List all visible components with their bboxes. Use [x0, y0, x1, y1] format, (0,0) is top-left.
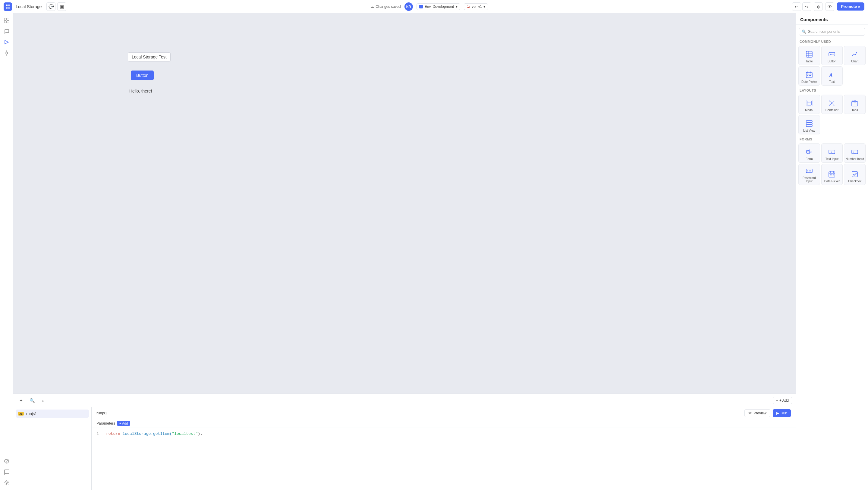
components-title: Components: [800, 17, 828, 22]
canvas[interactable]: Local Storage Test Button Hello, there!: [13, 13, 796, 394]
svg-point-12: [6, 482, 7, 484]
promote-button[interactable]: Promote »: [837, 2, 864, 10]
svg-point-32: [831, 102, 832, 104]
text-input-widget[interactable]: Local Storage Test: [128, 53, 170, 61]
component-text-input[interactable]: T_ Text Input: [821, 144, 843, 163]
component-form[interactable]: Form: [798, 144, 820, 163]
svg-point-60: [809, 171, 809, 172]
checkbox-icon: [850, 170, 859, 178]
filter-icon[interactable]: ⬦: [38, 396, 47, 405]
svg-point-11: [6, 462, 7, 463]
promote-label: Promote »: [841, 4, 860, 9]
component-password-input[interactable]: Password Input: [798, 164, 820, 185]
sidebar-item-chat[interactable]: [2, 467, 11, 477]
svg-point-36: [834, 105, 835, 106]
bottom-panel-body: JS runjs1 runjs1 👁 Preview ▶: [13, 407, 796, 490]
query-name: runjs1: [26, 411, 37, 416]
component-checkbox[interactable]: Checkbox: [844, 164, 866, 185]
search-icon: 🔍: [802, 30, 806, 34]
nav-arrows: ↩ ↪: [792, 2, 811, 11]
main-area: Local Storage Test Button Hello, there! …: [0, 13, 868, 490]
svg-rect-6: [4, 21, 6, 23]
chart-label: Chart: [851, 60, 858, 63]
component-text[interactable]: A Text: [821, 66, 843, 86]
svg-line-37: [830, 101, 832, 103]
component-table[interactable]: Table: [798, 46, 820, 65]
component-list-view[interactable]: List View: [798, 115, 820, 134]
sidebar-item-comments[interactable]: [2, 27, 11, 36]
checkbox-label: Checkbox: [848, 180, 861, 183]
preview-icon[interactable]: 👁: [825, 2, 834, 11]
component-number-input[interactable]: 1_ Number Input: [844, 144, 866, 163]
component-search-box[interactable]: 🔍: [799, 28, 865, 36]
code-line-1: 1 return localStorage.getItem("localtest…: [96, 432, 791, 436]
add-query-button[interactable]: + + Add: [773, 397, 792, 404]
svg-rect-2: [6, 7, 7, 9]
topbar-right: ↩ ↪ ⬖ 👁 Promote »: [792, 2, 864, 11]
tabs-icon: [850, 99, 859, 107]
env-selector[interactable]: Env Development ▾: [416, 3, 460, 10]
sidebar-item-pages[interactable]: [2, 16, 11, 25]
button-widget[interactable]: Button: [131, 70, 154, 80]
text-label-widget: Hello, there!: [129, 89, 152, 93]
sidebar-item-settings[interactable]: [2, 478, 11, 488]
date-picker-icon: [805, 70, 813, 79]
params-label: Parameters: [96, 421, 115, 426]
search-query-icon[interactable]: 🔍: [28, 396, 36, 405]
left-sidebar: [0, 13, 13, 490]
undo-button[interactable]: ↩: [792, 2, 801, 11]
ver-chevron-icon: ▾: [484, 4, 485, 9]
component-tabs[interactable]: Tabs: [844, 95, 866, 114]
svg-point-59: [807, 171, 808, 172]
query-editor-actions: 👁 Preview ▶ Run: [744, 409, 791, 417]
svg-point-9: [6, 52, 7, 54]
params-add-button[interactable]: + Add: [117, 421, 130, 426]
components-scroll: Commonly Used Table Button: [796, 38, 868, 490]
eye-icon: 👁: [748, 411, 752, 415]
component-date-picker-form[interactable]: Date Picker: [821, 164, 843, 185]
ver-value: v1: [478, 4, 482, 9]
layouts-grid: Modal Container Tabs: [796, 93, 868, 135]
sidebar-item-support[interactable]: [2, 456, 11, 466]
svg-rect-7: [7, 21, 9, 23]
query-editor: runjs1 👁 Preview ▶ Run: [92, 407, 796, 490]
text-icon: A: [828, 70, 836, 79]
svg-line-40: [832, 104, 834, 105]
comment-icon[interactable]: 💬: [46, 2, 56, 11]
layouts-label: Layouts: [796, 87, 868, 93]
app-title: Local Storage: [16, 4, 41, 9]
run-button[interactable]: ▶ Run: [773, 409, 791, 417]
svg-point-33: [830, 101, 830, 101]
js-badge: JS: [18, 412, 24, 416]
app-logo: [4, 2, 12, 11]
sidebar-item-queries[interactable]: [2, 37, 11, 47]
version-stack-icon: 🗂: [467, 4, 470, 9]
list-view-label: List View: [803, 129, 815, 132]
share-icon[interactable]: ⬖: [814, 2, 823, 11]
svg-rect-27: [810, 75, 811, 76]
component-container[interactable]: Container: [821, 95, 843, 114]
query-editor-header: runjs1 👁 Preview ▶ Run: [92, 407, 796, 419]
component-chart[interactable]: Chart: [844, 46, 866, 65]
svg-rect-42: [852, 101, 854, 102]
query-item-runjs1[interactable]: JS runjs1: [16, 409, 89, 418]
line-number: 1: [96, 432, 101, 436]
search-input[interactable]: [808, 30, 862, 34]
layout-icon[interactable]: ▣: [57, 2, 66, 11]
version-selector[interactable]: 🗂 ver v1 ▾: [464, 3, 488, 10]
component-modal[interactable]: Modal: [798, 95, 820, 114]
svg-line-38: [832, 101, 834, 103]
table-icon: [805, 50, 813, 58]
modal-icon: [805, 99, 813, 107]
redo-button[interactable]: ↪: [802, 2, 811, 11]
preview-button[interactable]: 👁 Preview: [744, 409, 770, 417]
magic-wand-icon[interactable]: ✦: [17, 396, 25, 405]
component-button[interactable]: Button: [821, 46, 843, 65]
component-date-picker[interactable]: Date Picker: [798, 66, 820, 86]
text-input-icon: T_: [828, 148, 836, 156]
sidebar-item-plugins[interactable]: [2, 48, 11, 58]
code-editor[interactable]: 1 return localStorage.getItem("localtest…: [92, 428, 796, 490]
forms-label: Forms: [796, 135, 868, 142]
tabs-label: Tabs: [852, 109, 858, 112]
canvas-inner: Local Storage Test Button Hello, there!: [25, 25, 784, 381]
